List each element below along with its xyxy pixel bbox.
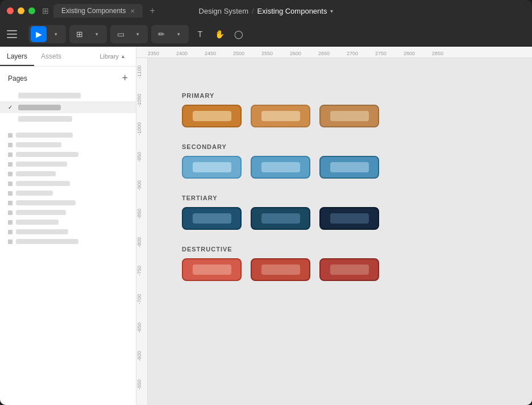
add-page-button[interactable]: + xyxy=(122,72,128,84)
button-inner xyxy=(330,111,369,121)
layer-dot-icon xyxy=(8,181,13,186)
main-content: Layers Assets Library ▲ Pages + ✓ xyxy=(0,47,532,405)
tertiary-row xyxy=(182,207,379,230)
list-item[interactable] xyxy=(0,159,136,169)
layer-dot-icon xyxy=(8,172,13,176)
primary-section: PRIMARY xyxy=(182,92,379,127)
primary-label: PRIMARY xyxy=(182,92,379,99)
page-item[interactable] xyxy=(0,113,136,125)
assets-tab[interactable]: Assets xyxy=(34,47,68,66)
destructive-button-hover[interactable] xyxy=(251,258,310,281)
secondary-button-default[interactable] xyxy=(182,156,242,179)
frame-dropdown[interactable]: ▾ xyxy=(89,26,105,42)
button-inner xyxy=(261,265,300,275)
list-item[interactable] xyxy=(0,208,136,217)
destructive-button-active[interactable] xyxy=(319,258,379,281)
pages-header: Pages + xyxy=(0,67,136,88)
layer-label xyxy=(16,181,70,186)
secondary-button-hover[interactable] xyxy=(251,156,310,179)
toolbar: ▶ ▾ ⊞ ▾ ▭ ▾ ✏ ▾ T ✋ ◯ xyxy=(0,22,532,47)
ruler-tick-v: -1050 xyxy=(136,86,147,115)
pen-tool[interactable]: ✏ xyxy=(153,26,169,42)
canvas-content[interactable]: PRIMARY xyxy=(148,58,532,405)
pen-dropdown[interactable]: ▾ xyxy=(171,26,186,42)
primary-button-default[interactable] xyxy=(182,105,242,127)
button-inner xyxy=(261,213,300,224)
layer-dot-icon xyxy=(8,239,13,244)
secondary-label: SECONDARY xyxy=(182,143,379,150)
ruler-tick: 2800 xyxy=(404,51,432,56)
active-tab[interactable]: Existing Components ✕ xyxy=(53,4,143,18)
ruler-tick-v: -800 xyxy=(136,229,147,257)
list-item[interactable] xyxy=(0,179,136,188)
ruler-tick: 2600 xyxy=(290,51,318,56)
ruler-tick: 2350 xyxy=(148,51,176,56)
minimize-button[interactable] xyxy=(18,7,24,14)
list-item[interactable] xyxy=(0,188,136,198)
tertiary-button-hover[interactable] xyxy=(251,207,310,230)
layer-dot-icon xyxy=(8,162,13,167)
grid-icon[interactable]: ⊞ xyxy=(42,6,49,15)
tab-close-icon[interactable]: ✕ xyxy=(130,8,135,14)
layer-label xyxy=(16,142,61,147)
button-inner xyxy=(330,265,369,275)
ruler-tick: 2700 xyxy=(347,51,375,56)
page-skeleton xyxy=(18,93,81,98)
list-item[interactable] xyxy=(0,130,136,140)
component-grid: PRIMARY xyxy=(182,92,379,297)
breadcrumb-dropdown-icon[interactable]: ▾ xyxy=(330,8,333,14)
add-tab-icon[interactable]: + xyxy=(149,6,155,16)
button-inner xyxy=(193,265,231,275)
primary-button-active[interactable] xyxy=(319,105,379,127)
layer-label xyxy=(16,162,67,167)
select-tool[interactable]: ▶ xyxy=(31,26,47,42)
layer-label xyxy=(16,229,68,234)
layer-label xyxy=(16,239,78,244)
list-item[interactable] xyxy=(0,140,136,150)
close-button[interactable] xyxy=(7,7,14,14)
page-item-active[interactable]: ✓ xyxy=(0,101,136,113)
ruler-tick: 2500 xyxy=(233,51,261,56)
ruler-tick: 2750 xyxy=(375,51,404,56)
page-item[interactable] xyxy=(0,90,136,101)
tertiary-button-default[interactable] xyxy=(182,207,242,230)
menu-button[interactable] xyxy=(7,26,23,42)
layer-dot-icon xyxy=(8,191,13,196)
destructive-button-default[interactable] xyxy=(182,258,242,281)
hand-tool[interactable]: ✋ xyxy=(211,26,227,42)
button-inner xyxy=(330,213,369,224)
button-inner xyxy=(193,111,231,121)
ruler-top-numbers: 2350 2400 2450 2500 2550 2600 2650 2700 … xyxy=(148,51,460,56)
list-item[interactable] xyxy=(0,150,136,159)
list-item[interactable] xyxy=(0,237,136,246)
list-item[interactable] xyxy=(0,217,136,227)
library-button[interactable]: Library ▲ xyxy=(99,53,128,60)
text-tool[interactable]: T xyxy=(192,26,208,42)
list-item[interactable] xyxy=(0,227,136,237)
breadcrumb: Design System / Existing Components ▾ xyxy=(199,7,334,15)
canvas-with-ruler: -1100 -1050 -1000 -950 -900 -850 -800 -7… xyxy=(136,58,532,405)
select-dropdown[interactable]: ▾ xyxy=(48,26,64,42)
ruler-tick-v: -700 xyxy=(136,286,147,314)
layers-section xyxy=(0,127,136,405)
layer-dot-icon xyxy=(8,201,13,205)
secondary-button-active[interactable] xyxy=(319,156,379,179)
ruler-tick-v: -950 xyxy=(136,143,147,172)
maximize-button[interactable] xyxy=(28,7,35,14)
shape-dropdown[interactable]: ▾ xyxy=(130,26,146,42)
ruler-tick: 2550 xyxy=(261,51,290,56)
list-item[interactable] xyxy=(0,169,136,179)
ruler-top: 2350 2400 2450 2500 2550 2600 2650 2700 … xyxy=(136,47,532,58)
comment-tool[interactable]: ◯ xyxy=(231,26,247,42)
layer-label xyxy=(16,152,78,157)
shape-tool[interactable]: ▭ xyxy=(113,26,128,42)
ruler-tick-v: -550 xyxy=(136,371,147,399)
canvas-area: 2350 2400 2450 2500 2550 2600 2650 2700 … xyxy=(136,47,532,405)
primary-button-hover[interactable] xyxy=(251,105,310,127)
list-item[interactable] xyxy=(0,198,136,208)
ruler-tick: 2400 xyxy=(176,51,205,56)
frame-tool[interactable]: ⊞ xyxy=(72,26,88,42)
tertiary-button-active[interactable] xyxy=(319,207,379,230)
secondary-section: SECONDARY xyxy=(182,143,379,179)
layers-tab[interactable]: Layers xyxy=(0,47,34,66)
